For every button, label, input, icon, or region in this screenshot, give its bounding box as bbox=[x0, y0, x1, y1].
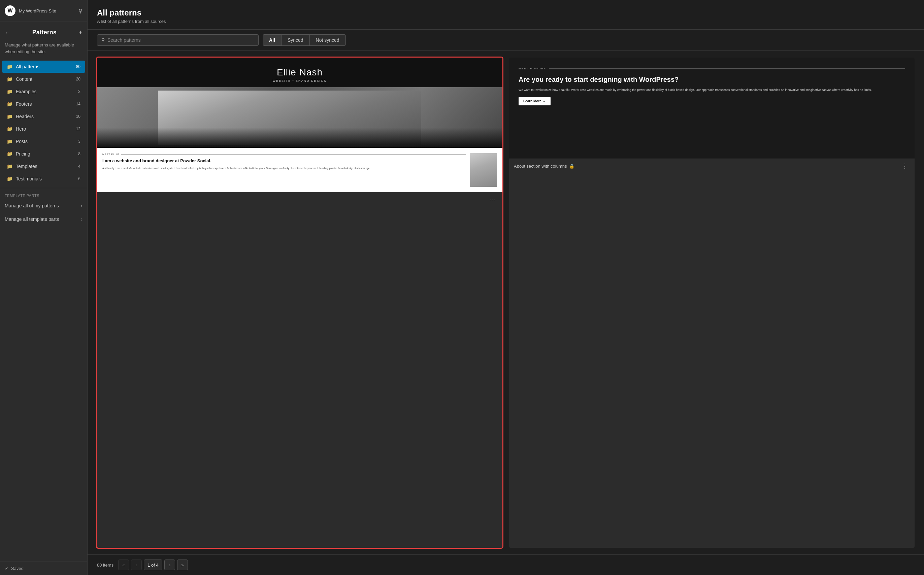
next-page-button[interactable]: › bbox=[164, 559, 175, 570]
sidebar-item-count-content: 20 bbox=[76, 77, 81, 81]
toolbar: ⚲ AllSyncedNot synced bbox=[87, 30, 924, 51]
powder-body: We want to revolutionize how beautiful W… bbox=[518, 87, 905, 92]
ellie-nash-card-footer: ⋯ bbox=[97, 192, 503, 207]
sidebar-top-bar: W My WordPress Site ⚲ bbox=[0, 0, 87, 22]
sidebar-item-posts[interactable]: 📁 Posts 3 bbox=[2, 135, 85, 148]
current-page-indicator: 1 of 4 bbox=[144, 559, 162, 570]
ellie-bottom-text: MEET ELLIE I am a website and brand desi… bbox=[102, 153, 466, 187]
sidebar-item-testimonials[interactable]: 📁 Testimonials 6 bbox=[2, 173, 85, 185]
folder-icon: 📁 bbox=[7, 126, 13, 132]
sidebar-item-all-patterns[interactable]: 📁 All patterns 80 bbox=[2, 60, 85, 73]
powder-text: Are you ready to start designing with Wo… bbox=[518, 75, 905, 105]
pattern-card-powder[interactable]: MEET POWDER Are you ready to start desig… bbox=[509, 57, 914, 548]
sidebar-item-count-templates: 4 bbox=[78, 164, 81, 169]
sidebar-item-count-examples: 2 bbox=[78, 89, 81, 94]
meet-powder-label: MEET POWDER bbox=[518, 67, 905, 70]
sidebar-item-label-examples: Examples bbox=[16, 89, 75, 94]
sidebar-item-label-pricing: Pricing bbox=[16, 151, 75, 157]
patterns-grid: Ellie Nash WEBSITE • BRAND DESIGN MEET E… bbox=[87, 51, 924, 554]
sidebar-item-footers[interactable]: 📁 Footers 14 bbox=[2, 98, 85, 110]
items-count: 80 items bbox=[97, 562, 113, 568]
sidebar-item-count-headers: 10 bbox=[76, 114, 81, 119]
folder-icon: 📁 bbox=[7, 76, 13, 82]
ellie-bottom-section: MEET ELLIE I am a website and brand desi… bbox=[97, 148, 503, 192]
folder-icon: 📁 bbox=[7, 89, 13, 94]
sidebar-item-label-hero: Hero bbox=[16, 126, 73, 132]
sidebar-item-hero[interactable]: 📁 Hero 12 bbox=[2, 123, 85, 135]
more-options-button-powder[interactable]: ⋮ bbox=[900, 162, 910, 170]
search-container[interactable]: ⚲ bbox=[97, 34, 259, 46]
filter-buttons: AllSyncedNot synced bbox=[262, 34, 346, 46]
sidebar-item-templates[interactable]: 📁 Templates 4 bbox=[2, 160, 85, 172]
search-icon[interactable]: ⚲ bbox=[78, 8, 83, 14]
manage-item-manage-patterns[interactable]: Manage all of my patterns › bbox=[0, 199, 87, 213]
about-section-label: About section with columns bbox=[514, 164, 567, 169]
sidebar-item-label-footers: Footers bbox=[16, 101, 73, 107]
powder-content: Are you ready to start designing with Wo… bbox=[518, 75, 905, 105]
sidebar-footer: ✓ Saved bbox=[0, 562, 87, 575]
sidebar-item-label-content: Content bbox=[16, 76, 73, 82]
folder-icon: 📁 bbox=[7, 176, 13, 181]
manage-item-manage-template-parts[interactable]: Manage all template parts › bbox=[0, 213, 87, 226]
ellie-subtitle: WEBSITE • BRAND DESIGN bbox=[105, 79, 494, 83]
first-page-button[interactable]: « bbox=[118, 559, 129, 570]
filter-button-all[interactable]: All bbox=[263, 35, 281, 46]
meet-ellie-label: MEET ELLIE bbox=[102, 153, 466, 156]
sidebar-item-content[interactable]: 📁 Content 20 bbox=[2, 73, 85, 85]
sidebar-item-label-posts: Posts bbox=[16, 139, 75, 144]
learn-more-button[interactable]: Learn More → bbox=[518, 97, 550, 105]
pagination: 80 items « ‹ 1 of 4 › » bbox=[87, 554, 924, 575]
prev-page-button[interactable]: ‹ bbox=[131, 559, 142, 570]
main-content: All patterns A list of all patterns from… bbox=[87, 0, 924, 575]
folder-icon: 📁 bbox=[7, 151, 13, 157]
powder-heading: Are you ready to start designing with Wo… bbox=[518, 75, 905, 84]
sidebar: W My WordPress Site ⚲ ← Patterns + Manag… bbox=[0, 0, 87, 575]
ellie-photo bbox=[97, 87, 503, 148]
search-icon: ⚲ bbox=[101, 37, 105, 43]
folder-icon: 📁 bbox=[7, 101, 13, 107]
wordpress-logo: W bbox=[5, 5, 16, 16]
sidebar-item-label-testimonials: Testimonials bbox=[16, 176, 75, 181]
site-name: My WordPress Site bbox=[19, 8, 75, 13]
add-pattern-button[interactable]: + bbox=[78, 29, 83, 37]
sidebar-title: Patterns bbox=[32, 29, 57, 36]
folder-icon: 📁 bbox=[7, 64, 13, 69]
chevron-right-icon: › bbox=[81, 203, 83, 208]
folder-icon: 📁 bbox=[7, 139, 13, 144]
sidebar-header: ← Patterns + bbox=[0, 22, 87, 39]
ellie-top-section: Ellie Nash WEBSITE • BRAND DESIGN bbox=[97, 57, 503, 87]
search-input[interactable] bbox=[107, 37, 254, 43]
folder-icon: 📁 bbox=[7, 164, 13, 169]
more-options-button-ellie[interactable]: ⋯ bbox=[488, 196, 498, 203]
pattern-preview-powder: MEET POWDER Are you ready to start desig… bbox=[509, 57, 914, 159]
sidebar-item-examples[interactable]: 📁 Examples 2 bbox=[2, 86, 85, 98]
pattern-card-ellie-nash[interactable]: Ellie Nash WEBSITE • BRAND DESIGN MEET E… bbox=[97, 57, 503, 548]
back-arrow-icon: ← bbox=[5, 30, 10, 36]
manage-item-label-manage-template-parts: Manage all template parts bbox=[5, 216, 59, 222]
pattern-preview-ellie-nash: Ellie Nash WEBSITE • BRAND DESIGN MEET E… bbox=[97, 57, 503, 192]
sidebar-item-pricing[interactable]: 📁 Pricing 8 bbox=[2, 148, 85, 160]
filter-button-not-synced[interactable]: Not synced bbox=[310, 35, 345, 46]
ellie-name-heading: Ellie Nash bbox=[105, 67, 494, 78]
section-label-template-parts: TEMPLATE PARTS bbox=[0, 191, 87, 199]
ellie-bottom-body: Additionally, I am a masterful website e… bbox=[102, 167, 466, 170]
ellie-bottom-photo bbox=[470, 153, 497, 187]
saved-status: Saved bbox=[11, 566, 24, 571]
lock-icon: 🔒 bbox=[569, 164, 574, 169]
page-header: All patterns A list of all patterns from… bbox=[87, 0, 924, 30]
sidebar-item-count-all-patterns: 80 bbox=[76, 64, 81, 69]
saved-check-icon: ✓ bbox=[5, 566, 8, 571]
sidebar-description: Manage what patterns are available when … bbox=[0, 39, 87, 60]
last-page-button[interactable]: » bbox=[177, 559, 188, 570]
sidebar-item-count-testimonials: 6 bbox=[78, 176, 81, 181]
back-button[interactable]: ← bbox=[5, 30, 10, 36]
ellie-bottom-heading: I am a website and brand designer at Pow… bbox=[102, 158, 466, 164]
manage-item-label-manage-patterns: Manage all of my patterns bbox=[5, 203, 59, 208]
sidebar-item-label-headers: Headers bbox=[16, 114, 73, 119]
sidebar-item-count-hero: 12 bbox=[76, 127, 81, 131]
filter-button-synced[interactable]: Synced bbox=[281, 35, 310, 46]
sidebar-item-headers[interactable]: 📁 Headers 10 bbox=[2, 110, 85, 122]
manage-items-list: Manage all of my patterns › Manage all t… bbox=[0, 199, 87, 226]
pattern-name-powder: About section with columns 🔒 bbox=[514, 164, 574, 169]
sidebar-item-count-pricing: 8 bbox=[78, 151, 81, 156]
